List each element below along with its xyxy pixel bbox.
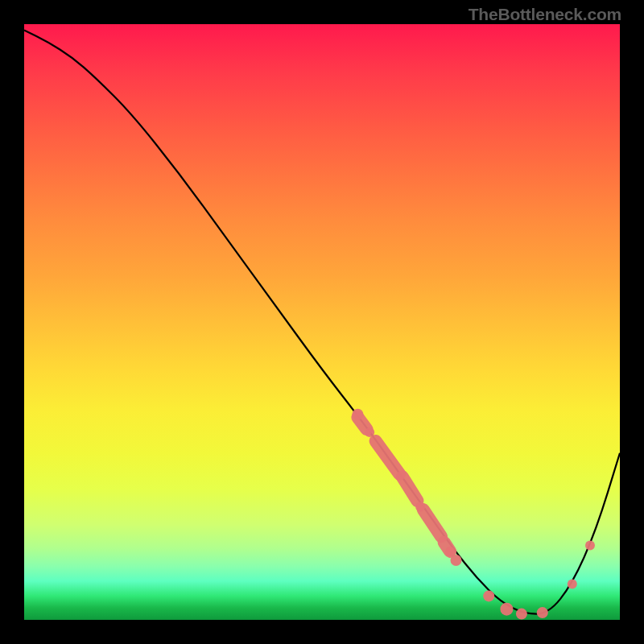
watermark-text: TheBottleneck.com [469,5,621,24]
highlight-point [445,547,455,556]
highlight-point [451,555,462,566]
highlight-segment [376,441,400,474]
bottleneck-curve [24,30,620,613]
highlight-point [585,541,595,551]
highlight-point [568,580,577,589]
highlight-point [365,427,374,437]
highlight-point [500,603,513,616]
highlight-segment [423,510,441,536]
highlight-point [537,607,548,618]
highlight-segment [402,477,418,501]
chart-container: TheBottleneck.com [0,0,644,644]
highlight-point [415,502,425,511]
highlight-point [352,409,363,420]
highlight-point [516,609,527,620]
highlight-point [483,590,494,601]
highlight-segments [357,417,450,551]
chart-overlay [24,24,620,620]
highlight-points [352,409,595,620]
